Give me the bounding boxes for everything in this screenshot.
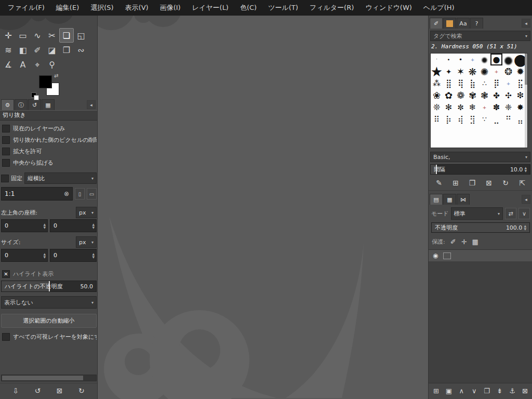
raise-layer-button[interactable]: ∧ xyxy=(456,384,467,397)
size-height-spinner[interactable]: 0 ▲▼ xyxy=(50,249,97,262)
tab-paths[interactable]: ⋈ xyxy=(457,194,470,205)
mode-switch-button[interactable]: ⇄ xyxy=(505,208,516,219)
tab-channels[interactable]: ▦ xyxy=(443,194,456,205)
brush-item[interactable]: ⣿ xyxy=(443,77,455,89)
brush-item[interactable]: ⠿ xyxy=(431,113,443,125)
tab-undo-history[interactable]: ↺ xyxy=(28,99,41,110)
lower-layer-button[interactable]: ∨ xyxy=(469,384,480,397)
brush-item[interactable]: ✼ xyxy=(455,101,467,113)
lock-alpha-icon[interactable]: ▦ xyxy=(472,238,478,246)
transform-tool[interactable]: ◱ xyxy=(74,28,88,43)
paintbrush-tool[interactable]: ✐ xyxy=(30,43,45,57)
swap-colors-icon[interactable]: ⇄ xyxy=(54,73,58,78)
menu-item[interactable]: 画像(I) xyxy=(154,1,187,15)
brush-item[interactable]: ⠛ xyxy=(502,113,514,125)
visibility-eye-icon[interactable]: ◉ xyxy=(433,252,438,259)
layer-mode-dropdown[interactable]: 標準 ▾ xyxy=(451,207,503,220)
brush-item[interactable]: ✾ xyxy=(467,89,478,101)
menu-item[interactable]: レイヤー(L) xyxy=(187,1,234,15)
new-brush-button[interactable]: ⊞ xyxy=(449,177,462,189)
tab-patterns[interactable] xyxy=(443,18,456,29)
free-select-tool[interactable]: ∿ xyxy=(30,28,45,43)
merge-down-button[interactable]: ⇟ xyxy=(494,384,505,397)
tab-menu-button[interactable]: ◂ xyxy=(87,100,96,109)
brush-item[interactable]: ⁂ xyxy=(431,77,443,89)
duplicate-layer-button[interactable]: ❐ xyxy=(482,384,493,397)
brush-item[interactable]: ❄ xyxy=(467,101,478,113)
highlight-opacity-slider[interactable]: ハイライトの不透明度 50.0 xyxy=(1,281,97,292)
brush-item[interactable]: ✻ xyxy=(443,101,455,113)
tab-device-status[interactable]: ⓘ xyxy=(15,99,28,110)
tab-menu-button[interactable]: ◂ xyxy=(522,195,530,204)
reset-tool-options-button[interactable]: ↻ xyxy=(75,384,88,397)
menu-item[interactable]: 表示(V) xyxy=(119,1,154,15)
brush-item[interactable]: + xyxy=(467,54,478,65)
brush-item[interactable]: ❃ xyxy=(478,89,490,101)
brush-item[interactable]: ⡿ xyxy=(490,77,502,89)
landscape-orientation-button[interactable]: ▭ xyxy=(87,188,97,200)
spinner-arrows-icon[interactable]: ▲▼ xyxy=(43,223,46,229)
position-y-spinner[interactable]: 0 ▲▼ xyxy=(50,219,97,232)
guides-dropdown[interactable]: 表示しない ▾ xyxy=(1,296,97,309)
clone-tool[interactable]: ❐ xyxy=(59,43,74,57)
brush-item[interactable]: + xyxy=(490,65,502,77)
text-tool[interactable]: A xyxy=(16,57,30,72)
save-tool-options-button[interactable]: ⇩ xyxy=(9,384,22,397)
delete-layer-button[interactable]: ⊠ xyxy=(520,384,530,397)
brush-item[interactable]: ● xyxy=(490,54,502,65)
tab-menu-button[interactable]: ◂ xyxy=(522,19,530,28)
horizontal-scrollbar[interactable] xyxy=(1,375,97,381)
restore-tool-options-button[interactable]: ↺ xyxy=(31,384,44,397)
layer-opacity-slider[interactable]: 不透明度 100.0 ▲▼ xyxy=(431,222,530,233)
tab-layers[interactable]: ▤ xyxy=(430,194,443,205)
smudge-tool[interactable]: ∾ xyxy=(74,43,88,57)
new-layer-button[interactable]: ⊞ xyxy=(431,384,442,397)
open-brush-as-image-button[interactable]: ⇱ xyxy=(516,177,528,189)
brush-item[interactable]: ❂ xyxy=(502,65,514,77)
lock-position-icon[interactable]: ✛ xyxy=(461,238,467,246)
delete-brush-button[interactable]: ⊠ xyxy=(483,177,495,189)
brush-item[interactable]: ❁ xyxy=(455,89,467,101)
brush-item[interactable]: ✽ xyxy=(490,101,502,113)
layer-link-box[interactable] xyxy=(443,252,451,259)
menu-item[interactable]: 選択(S) xyxy=(85,1,119,15)
tab-brushes[interactable]: ✐ xyxy=(430,18,443,29)
menu-item[interactable]: ファイル(F) xyxy=(2,1,50,15)
brush-item[interactable]: ⡷ xyxy=(443,113,455,125)
brush-tag-search-input[interactable]: タグで検索 ▾ xyxy=(430,31,530,41)
brush-item[interactable]: ❊ xyxy=(431,101,443,113)
edit-brush-button[interactable]: ✎ xyxy=(433,177,445,189)
brush-item[interactable]: ● xyxy=(502,54,514,65)
brush-item[interactable]: ∙ xyxy=(443,54,455,65)
tab-tool-options[interactable]: ⚙ xyxy=(1,99,14,110)
brush-item[interactable]: ❋ xyxy=(467,65,478,77)
brush-item[interactable]: ∵ xyxy=(478,113,490,125)
brush-item[interactable]: ✤ xyxy=(490,89,502,101)
position-x-spinner[interactable]: 0 ▲▼ xyxy=(1,219,48,232)
menu-item[interactable]: ツール(T) xyxy=(262,1,304,15)
checkbox[interactable] xyxy=(2,148,10,155)
scrollbar-thumb[interactable] xyxy=(525,54,527,85)
delete-tool-options-button[interactable]: ⊠ xyxy=(54,384,66,397)
brush-item[interactable]: ∴ xyxy=(478,77,490,89)
brush-item[interactable]: + xyxy=(502,77,514,89)
spinner-arrows-icon[interactable]: ▲▼ xyxy=(43,252,46,259)
scissors-select-tool[interactable]: ✂ xyxy=(45,28,59,43)
new-layer-group-button[interactable]: ▣ xyxy=(443,384,454,397)
brush-grid-scrollbar[interactable] xyxy=(525,54,527,148)
brush-item[interactable]: ⢿ xyxy=(455,77,467,89)
brush-item[interactable]: ⣷ xyxy=(467,77,478,89)
fixed-type-dropdown[interactable]: 縦横比 ▾ xyxy=(24,172,97,184)
foreground-color-swatch[interactable] xyxy=(39,75,52,88)
measure-tool[interactable]: ∡ xyxy=(1,57,16,72)
position-unit-dropdown[interactable]: px ▾ xyxy=(76,207,97,218)
checkbox[interactable] xyxy=(2,136,10,144)
spinner-arrows-icon[interactable]: ▲▼ xyxy=(524,224,526,231)
autoshrink-button[interactable]: 選択範囲の自動縮小 xyxy=(1,314,97,328)
spinner-arrows-icon[interactable]: ▲▼ xyxy=(92,252,95,259)
brush-item[interactable]: ✿ xyxy=(443,89,455,101)
shrink-merged-checkbox[interactable] xyxy=(2,333,10,341)
move-tool[interactable]: ✛ xyxy=(1,28,16,43)
brush-spacing-slider[interactable]: 間隔 10.0 ▲▼ xyxy=(430,164,530,175)
brush-tag-filter-dropdown[interactable]: Basic, ▾ xyxy=(430,152,530,162)
